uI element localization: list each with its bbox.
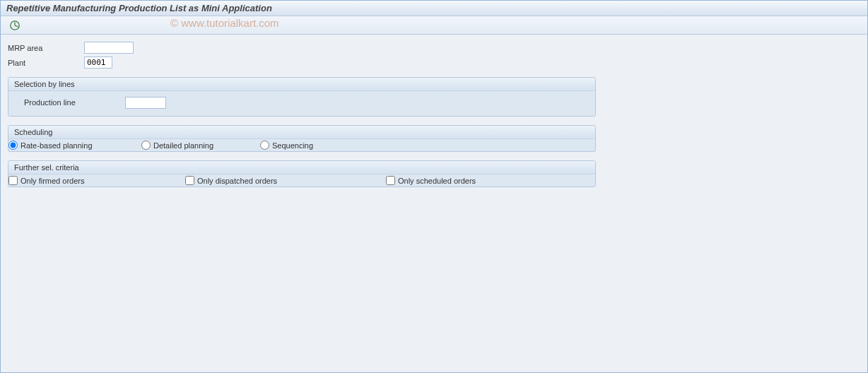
- check-firmed[interactable]: Only firmed orders: [8, 176, 182, 185]
- content-area: MRP area Plant Selection by lines Produc…: [1, 35, 867, 194]
- check-dispatched-input[interactable]: [185, 176, 194, 185]
- app-window: Repetitive Manufacturing Production List…: [0, 0, 868, 373]
- radio-label-sequencing: Sequencing: [272, 141, 313, 150]
- page-title: Repetitive Manufacturing Production List…: [6, 3, 272, 13]
- field-row-mrp-area: MRP area: [8, 42, 860, 54]
- plant-label: Plant: [8, 59, 84, 67]
- radio-rate-based-input[interactable]: [8, 141, 18, 150]
- field-row-plant: Plant: [8, 57, 860, 69]
- check-firmed-input[interactable]: [8, 176, 18, 185]
- toolbar: © www.tutorialkart.com: [1, 16, 867, 35]
- svg-marker-3: [17, 25, 18, 27]
- radio-sequencing-input[interactable]: [260, 141, 269, 150]
- radio-label-detailed: Detailed planning: [153, 141, 213, 150]
- radio-rate-based[interactable]: Rate-based planning: [8, 141, 136, 150]
- check-label-firmed: Only firmed orders: [20, 177, 84, 185]
- mrp-area-input[interactable]: [84, 42, 134, 54]
- watermark: © www.tutorialkart.com: [170, 17, 279, 29]
- group-selection-by-lines: Selection by lines Production line: [8, 77, 596, 117]
- mrp-area-label: MRP area: [8, 44, 84, 52]
- radio-detailed[interactable]: Detailed planning: [141, 141, 254, 150]
- radio-sequencing[interactable]: Sequencing: [260, 141, 313, 150]
- group-further-criteria: Further sel. criteria Only firmed orders…: [8, 160, 596, 187]
- production-line-label: Production line: [24, 98, 123, 107]
- plant-input[interactable]: [84, 57, 112, 69]
- check-scheduled-input[interactable]: [386, 176, 395, 185]
- group-scheduling: Scheduling Rate-based planning Detailed …: [8, 125, 596, 152]
- check-scheduled[interactable]: Only scheduled orders: [386, 176, 476, 185]
- check-label-scheduled: Only scheduled orders: [398, 177, 476, 185]
- check-label-dispatched: Only dispatched orders: [197, 177, 277, 185]
- group-header-scheduling: Scheduling: [8, 126, 595, 139]
- svg-line-2: [15, 25, 17, 27]
- check-dispatched[interactable]: Only dispatched orders: [185, 176, 383, 185]
- execute-icon[interactable]: [9, 20, 20, 31]
- group-header-selection: Selection by lines: [8, 78, 595, 91]
- radio-label-rate-based: Rate-based planning: [20, 141, 93, 150]
- production-line-input[interactable]: [125, 97, 166, 109]
- title-bar: Repetitive Manufacturing Production List…: [1, 1, 867, 16]
- group-header-further: Further sel. criteria: [8, 161, 595, 174]
- radio-detailed-input[interactable]: [141, 141, 151, 150]
